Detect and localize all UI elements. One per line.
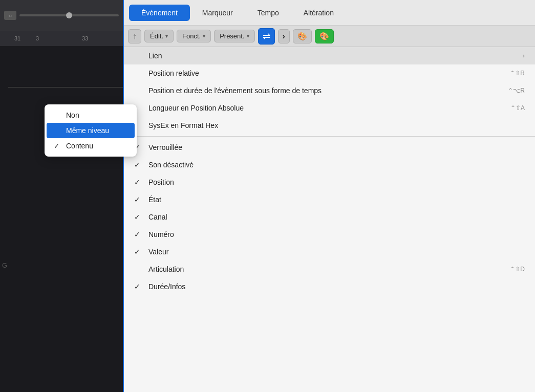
ruler-num-2: 3 xyxy=(36,35,39,41)
popup-item-non[interactable]: Non xyxy=(45,107,137,123)
list-item-etat[interactable]: ✓ État xyxy=(124,191,535,208)
position-checkmark: ✓ xyxy=(134,178,144,186)
present-button[interactable]: Présent. ▾ xyxy=(214,30,254,42)
pos-rel-left: Position relative xyxy=(134,69,199,77)
pos-dur-shortcut: ⌃⌥R xyxy=(508,87,525,94)
canal-left: ✓ Canal xyxy=(134,213,167,221)
duree-infos-left: ✓ Durée/Infos xyxy=(134,282,185,291)
present-chevron-icon: ▾ xyxy=(247,33,249,39)
tab-tempo[interactable]: Tempo xyxy=(245,5,291,21)
popup-menu: Non Même niveau ✓ Contenu xyxy=(45,104,137,157)
list-item-sysex[interactable]: SysEx en Format Hex xyxy=(124,117,535,134)
etat-label: État xyxy=(148,195,161,204)
edit-label: Édit. xyxy=(150,32,163,40)
tab-evenement[interactable]: Évènement xyxy=(129,5,190,21)
son-desactive-left: ✓ Son désactivé xyxy=(134,161,194,169)
son-desactive-checkmark: ✓ xyxy=(134,161,144,169)
son-desactive-label: Son désactivé xyxy=(148,161,194,169)
valeur-left: ✓ Valeur xyxy=(134,248,168,256)
track-line xyxy=(8,87,123,88)
sysex-left: SysEx en Format Hex xyxy=(134,121,218,129)
transport-bar: ↔ xyxy=(0,0,123,31)
list-item-position-duree[interactable]: Position et durée de l'évènement sous fo… xyxy=(124,82,535,99)
numero-checkmark: ✓ xyxy=(134,230,144,238)
list-item-verrouillee[interactable]: ✓ Verrouillée xyxy=(124,139,535,156)
etat-checkmark: ✓ xyxy=(134,195,144,204)
fonct-label: Fonct. xyxy=(182,32,201,40)
numero-left: ✓ Numéro xyxy=(134,230,174,238)
list-item-son-desactive[interactable]: ✓ Son désactivé xyxy=(124,156,535,173)
valeur-label: Valeur xyxy=(148,248,168,256)
g-label: G xyxy=(2,262,7,269)
articulation-label: Articulation xyxy=(148,265,184,273)
edit-chevron-icon: ▾ xyxy=(165,33,168,39)
duree-infos-checkmark: ✓ xyxy=(134,282,144,291)
list-item-longueur[interactable]: Longueur en Position Absolue ⌃⇧A xyxy=(124,99,535,117)
fonct-button[interactable]: Fonct. ▾ xyxy=(177,30,211,42)
ruler-bar: 31 3 33 xyxy=(0,31,123,46)
meme-niveau-label: Même niveau xyxy=(66,126,109,135)
lien-label: Lien xyxy=(148,52,162,60)
contenu-checkmark: ✓ xyxy=(54,142,62,150)
pos-rel-shortcut: ⌃⇧R xyxy=(510,70,525,77)
duree-infos-label: Durée/Infos xyxy=(148,282,185,291)
fonct-chevron-icon: ▾ xyxy=(203,33,205,39)
longueur-shortcut: ⌃⇧A xyxy=(510,104,525,112)
list-item-duree-infos[interactable]: ✓ Durée/Infos xyxy=(124,278,535,295)
tab-alteration[interactable]: Altération xyxy=(291,5,346,21)
pos-dur-left: Position et durée de l'évènement sous fo… xyxy=(134,86,322,95)
verrouillee-label: Verrouillée xyxy=(148,143,182,151)
list-item-canal[interactable]: ✓ Canal xyxy=(124,208,535,226)
list-item-valeur[interactable]: ✓ Valeur xyxy=(124,243,535,260)
position-label: Position xyxy=(148,178,174,186)
green-palette-button[interactable]: 🎨 xyxy=(315,29,334,43)
longueur-label: Longueur en Position Absolue xyxy=(148,104,244,112)
tab-marqueur[interactable]: Marqueur xyxy=(190,5,245,21)
list-item-articulation[interactable]: Articulation ⌃⇧D xyxy=(124,260,535,278)
articulation-left: Articulation xyxy=(134,265,184,273)
main-list: Lien › Position relative ⌃⇧R Position et… xyxy=(124,47,535,392)
toolbar: ↑ Édit. ▾ Fonct. ▾ Présent. ▾ ⇌ › 🎨 🎨 xyxy=(124,26,535,47)
articulation-shortcut: ⌃⇧D xyxy=(510,266,525,273)
tab-bar: Évènement Marqueur Tempo Altération xyxy=(124,0,535,26)
separator-1 xyxy=(124,136,535,137)
popup-item-meme-niveau[interactable]: Même niveau xyxy=(47,123,135,138)
left-panel: ↔ 31 3 33 G xyxy=(0,0,123,392)
valeur-checkmark: ✓ xyxy=(134,248,144,256)
position-left: ✓ Position xyxy=(134,178,174,186)
sysex-label: SysEx en Format Hex xyxy=(148,121,218,129)
longueur-left: Longueur en Position Absolue xyxy=(134,104,244,112)
non-label: Non xyxy=(66,111,79,119)
g-area: G xyxy=(0,92,8,392)
track-area: G xyxy=(0,46,123,392)
ruler-num-3: 33 xyxy=(82,35,88,41)
palette-button[interactable]: 🎨 xyxy=(293,29,312,43)
arrow-right-button[interactable]: › xyxy=(278,29,290,43)
ruler-num-1: 31 xyxy=(14,35,20,41)
etat-left: ✓ État xyxy=(134,195,161,204)
popup-item-contenu[interactable]: ✓ Contenu xyxy=(45,138,137,154)
list-item-position[interactable]: ✓ Position xyxy=(124,173,535,191)
canal-checkmark: ✓ xyxy=(134,213,144,221)
midi-icon-button[interactable]: ⇌ xyxy=(258,28,275,45)
edit-button[interactable]: Édit. ▾ xyxy=(144,30,174,42)
lien-chevron-icon: › xyxy=(523,52,525,59)
pos-dur-label: Position et durée de l'évènement sous fo… xyxy=(148,86,322,95)
main-panel: Évènement Marqueur Tempo Altération ↑ Éd… xyxy=(123,0,535,392)
contenu-label: Contenu xyxy=(66,142,93,150)
content-area: Lien › Position relative ⌃⇧R Position et… xyxy=(124,47,535,392)
lien-left: Lien xyxy=(134,52,162,60)
up-arrow-button[interactable]: ↑ xyxy=(128,29,141,43)
arrow-left-icon[interactable]: ↔ xyxy=(4,11,16,20)
slider-thumb xyxy=(66,12,72,18)
list-item-numero[interactable]: ✓ Numéro xyxy=(124,226,535,243)
list-item-lien[interactable]: Lien › xyxy=(124,47,535,64)
list-item-position-relative[interactable]: Position relative ⌃⇧R xyxy=(124,64,535,82)
slider-track[interactable] xyxy=(19,14,119,16)
canal-label: Canal xyxy=(148,213,167,221)
pos-rel-label: Position relative xyxy=(148,69,199,77)
present-label: Présent. xyxy=(220,32,244,40)
verrouillee-left: ✓ Verrouillée xyxy=(134,143,182,151)
numero-label: Numéro xyxy=(148,230,174,238)
